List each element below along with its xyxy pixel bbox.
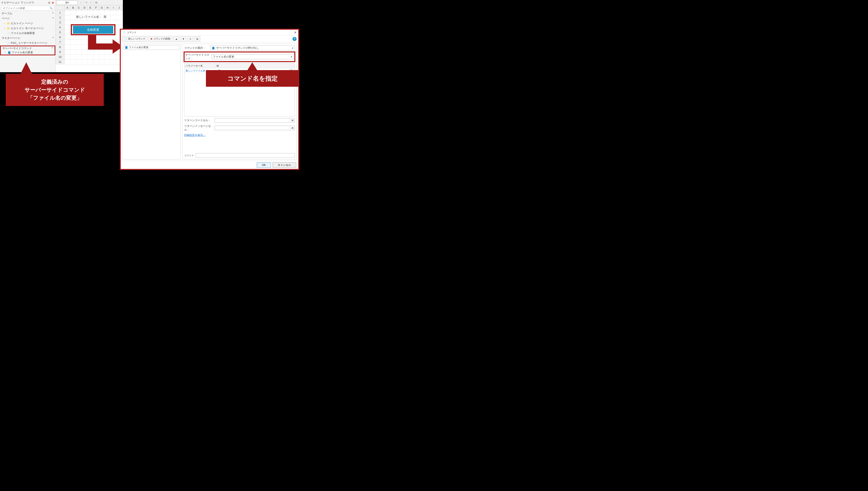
cell[interactable] <box>71 10 76 15</box>
cell[interactable] <box>71 35 76 39</box>
row-header[interactable]: 5 <box>56 30 65 35</box>
select-all-corner[interactable] <box>56 5 65 10</box>
close-icon[interactable]: ✕ <box>294 31 297 34</box>
ssc-select[interactable]: ファイル名の変更 ▾ <box>212 54 294 59</box>
cell[interactable] <box>82 59 88 64</box>
nav-item-fgc-master[interactable]: FGC_ユーザーマスターページ <box>0 40 55 46</box>
cell[interactable] <box>76 10 82 15</box>
col-header[interactable]: D <box>82 5 88 10</box>
cell[interactable] <box>99 59 105 64</box>
cell[interactable] <box>71 45 76 50</box>
indent-button[interactable]: ≣ <box>194 36 200 41</box>
cell[interactable] <box>76 45 82 50</box>
cell[interactable] <box>111 59 116 64</box>
row-header[interactable]: 11 <box>56 59 65 64</box>
return-message-input[interactable]: ⊞ <box>215 126 295 130</box>
row-header[interactable]: 2 <box>56 15 65 20</box>
cancel-button[interactable]: キャンセル <box>273 162 296 168</box>
outdent-button[interactable]: ≡ <box>188 36 193 41</box>
formula-picker-icon[interactable]: ⊞ <box>290 126 295 130</box>
cell[interactable] <box>65 55 71 59</box>
search-input[interactable] <box>1 7 48 10</box>
nav-item-ssc-rename[interactable]: ▹ ファイル名の変更 <box>0 51 55 55</box>
cell[interactable] <box>71 55 76 59</box>
col-header[interactable]: H <box>105 5 111 10</box>
cell[interactable] <box>71 40 76 45</box>
search-icon[interactable] <box>48 7 54 10</box>
cell[interactable] <box>65 10 71 15</box>
name-box[interactable]: B4 <box>56 0 78 5</box>
cell[interactable] <box>65 45 71 50</box>
cell[interactable] <box>82 10 88 15</box>
cell[interactable] <box>93 59 99 64</box>
cell[interactable] <box>99 10 105 15</box>
cell[interactable] <box>65 50 71 54</box>
command-select[interactable]: サーバーサイドコマンドの呼び出し ▾ <box>211 46 295 51</box>
col-header[interactable]: J <box>116 5 122 10</box>
row-header[interactable]: 4 <box>56 25 65 30</box>
cell[interactable] <box>71 59 76 64</box>
tree-node-rename[interactable]: ファイル名の変更 <box>124 45 179 50</box>
enter-icon[interactable]: ✓ <box>89 1 93 4</box>
dropdown-icon[interactable]: ⁞ <box>79 1 83 4</box>
cell[interactable] <box>71 50 76 54</box>
row-header[interactable]: 1 <box>56 10 65 15</box>
cell[interactable] <box>116 20 122 25</box>
ok-button[interactable]: OK <box>257 162 271 168</box>
formula-picker-icon[interactable]: ⊞ <box>290 118 295 122</box>
cell[interactable] <box>105 10 111 15</box>
delete-command-button[interactable]: ✖ コマンドの削除 <box>148 36 172 41</box>
col-header[interactable]: I <box>111 5 116 10</box>
nav-section-page[interactable]: ページ <box>0 16 55 21</box>
cell[interactable] <box>93 10 99 15</box>
cell[interactable] <box>111 15 116 20</box>
col-header[interactable]: C <box>76 5 82 10</box>
cancel-icon[interactable]: ✕ <box>84 1 89 4</box>
row-header[interactable]: 3 <box>56 20 65 25</box>
cell[interactable] <box>65 40 71 45</box>
cell[interactable] <box>76 55 82 59</box>
cell[interactable] <box>76 50 82 54</box>
row-header[interactable]: 8 <box>56 45 65 50</box>
sheet-grid[interactable]: A B C D E F G H I J 1234567891011 新しいファイ… <box>56 5 123 72</box>
col-header[interactable]: E <box>88 5 93 10</box>
nav-item-builtin-mobile[interactable]: ▹ ビルトイン モバイルページ <box>0 26 55 31</box>
cell[interactable] <box>88 10 93 15</box>
cell[interactable] <box>65 30 71 35</box>
cell[interactable] <box>76 59 82 64</box>
nav-section-master[interactable]: マスターページ <box>0 36 55 40</box>
cell[interactable] <box>105 59 111 64</box>
new-command-button[interactable]: 新しいコマンド <box>122 36 147 41</box>
col-header[interactable]: F <box>93 5 99 10</box>
advanced-settings-link[interactable]: 詳細設定を表示… <box>184 134 205 137</box>
cell[interactable] <box>76 35 82 39</box>
return-code-input[interactable]: ⊞ <box>215 118 295 123</box>
nav-section-table[interactable]: テーブル <box>0 11 55 16</box>
cell[interactable] <box>111 10 116 15</box>
cell[interactable] <box>65 25 71 30</box>
pin-icon[interactable] <box>51 1 54 4</box>
nav-item-file-rename-page[interactable]: ファイルの名称変更 <box>0 31 55 36</box>
row-header[interactable]: 7 <box>56 40 65 45</box>
help-icon[interactable]: ? <box>292 37 297 41</box>
col-header[interactable]: B <box>71 5 76 10</box>
cell[interactable] <box>65 20 71 25</box>
comment-input[interactable] <box>196 153 295 158</box>
cell[interactable] <box>116 10 122 15</box>
rename-button[interactable]: 名称変更 <box>73 26 113 34</box>
row-header[interactable]: 10 <box>56 55 65 59</box>
cell[interactable] <box>65 15 71 20</box>
cell[interactable] <box>76 40 82 45</box>
cell[interactable] <box>71 15 76 20</box>
move-down-button[interactable]: ▼ <box>180 36 186 41</box>
col-header[interactable]: A <box>65 5 71 10</box>
col-header[interactable]: G <box>99 5 105 10</box>
cell[interactable] <box>88 59 93 64</box>
move-up-button[interactable]: ▲ <box>173 36 179 41</box>
nav-item-builtin-page[interactable]: ▹ ビルトイン ページ <box>0 21 55 26</box>
row-header[interactable]: 6 <box>56 35 65 39</box>
cell[interactable] <box>65 59 71 64</box>
gear-icon[interactable] <box>48 1 51 4</box>
cell[interactable] <box>65 35 71 39</box>
row-header[interactable]: 9 <box>56 50 65 54</box>
